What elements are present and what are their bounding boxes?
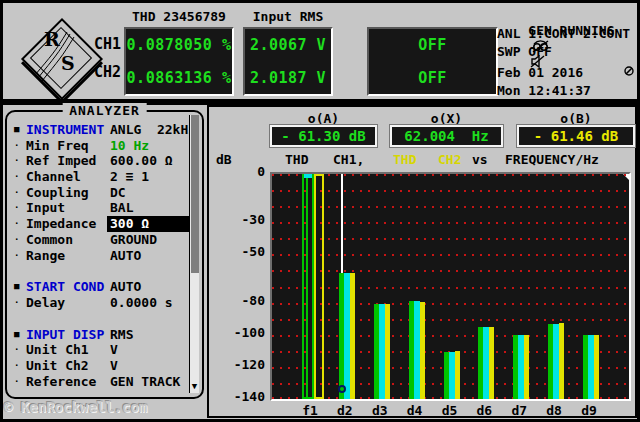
x-tick-f1: f1 (293, 403, 327, 418)
gridline--90dB (272, 319, 629, 321)
item-bullet-icon: · (11, 374, 26, 390)
analyzer-item-common[interactable]: ·CommonGROUND (11, 232, 189, 248)
analyzer-item-label: INSTRUMENT (26, 122, 110, 138)
analyzer-item-label: Min Freq (26, 138, 110, 154)
analyzer-item-label: Coupling (26, 185, 110, 201)
analyzer-item-value[interactable]: V (110, 358, 189, 374)
analyzer-item-label: Unit Ch1 (26, 342, 110, 358)
graph-title-vs: vs (472, 152, 488, 167)
analyzer-item-label: Delay (26, 295, 110, 311)
analyzer-item-value[interactable]: GROUND (110, 232, 189, 248)
gridline--10dB (272, 190, 629, 192)
x-tick-d5: d5 (433, 403, 467, 418)
analyzer-item-value[interactable]: AUTO (110, 279, 189, 295)
y-tick--140: -140 (217, 389, 265, 404)
monitor-ch1-value: OFF (418, 36, 447, 54)
date-text: Feb 01 2016 (497, 65, 583, 80)
cursor-x-value: 62.004 Hz (404, 128, 488, 144)
y-tick--100: -100 (217, 325, 265, 340)
bar-outline-ch2-f1 (314, 174, 324, 399)
item-bullet-icon: · (11, 216, 26, 232)
analyzer-item-label: Ref Imped (26, 153, 110, 169)
analyzer-item-unit-ch2[interactable]: ·Unit Ch2V (11, 358, 189, 374)
analyzer-screen: R S THD 23456789 CH1 CH2 0.0878050 % 0.0… (0, 0, 640, 422)
bar-outline-ch1-f1 (302, 174, 314, 399)
gridline-0dB (272, 174, 629, 176)
item-bullet-icon: · (11, 200, 26, 216)
plot-area (270, 172, 631, 401)
swp-status: SWP OFF (497, 44, 552, 59)
cursor-x-label: o(X) (390, 111, 503, 126)
y-tick-0: 0 (217, 164, 265, 179)
analyzer-item-value[interactable]: 0.0000 s (110, 295, 189, 311)
item-bullet-icon: · (11, 358, 26, 374)
x-tick-d3: d3 (363, 403, 397, 418)
analyzer-scrollbar-thumb[interactable] (191, 115, 199, 273)
analyzer-item-instrument[interactable]: ■INSTRUMENTANLG 22kHz (11, 122, 189, 138)
analyzer-item-value[interactable]: BAL (110, 200, 189, 216)
analyzer-item-value[interactable]: ANLG 22kHz (110, 122, 196, 138)
analyzer-item-spacer (11, 311, 189, 327)
x-tick-d4: d4 (398, 403, 432, 418)
gridline--20dB (272, 206, 629, 208)
graph-title-ch1: CH1, (333, 152, 364, 167)
x-tick-d9: d9 (572, 403, 606, 418)
thd-ch2-value: 0.0863136 % (127, 69, 232, 87)
graph-title-xaxis: FREQUENCY/Hz (505, 152, 599, 167)
analyzer-item-range[interactable]: ·RangeAUTO (11, 248, 189, 264)
bar-ch2-d6 (489, 327, 494, 399)
analyzer-item-min-freq[interactable]: ·Min Freq10 Hz (11, 138, 189, 154)
cursor-b-value: - 61.46 dB (534, 128, 618, 144)
analyzer-item-label: Common (26, 232, 110, 248)
cursor-a-label: o(A) (270, 111, 377, 126)
analyzer-item-value[interactable]: 600.00 Ω (110, 153, 189, 169)
analyzer-item-value[interactable]: GEN TRACK (110, 374, 189, 390)
item-bullet-icon: · (11, 248, 26, 264)
analyzer-item-ref-imped[interactable]: ·Ref Imped600.00 Ω (11, 153, 189, 169)
analyzer-item-value[interactable]: RMS (110, 327, 189, 343)
analyzer-item-label: Channel (26, 169, 110, 185)
analyzer-item-input[interactable]: ·InputBAL (11, 200, 189, 216)
thd-box-title: THD 23456789 (124, 9, 234, 24)
item-bullet-icon: · (11, 185, 26, 201)
cursor-circle-marker[interactable] (338, 385, 346, 393)
analyzer-item-channel[interactable]: ·Channel2 ≡ 1 (11, 169, 189, 185)
input-rms-readout-box: 2.0067 V 2.0187 V (243, 27, 333, 96)
analyzer-item-delay[interactable]: ·Delay0.0000 s (11, 295, 189, 311)
y-tick--30: -30 (217, 212, 265, 227)
analyzer-item-reference[interactable]: ·ReferenceGEN TRACK (11, 374, 189, 390)
analyzer-item-unit-ch1[interactable]: ·Unit Ch1V (11, 342, 189, 358)
watermark: © KenRockwell.com (4, 399, 147, 415)
item-bullet-icon: · (11, 232, 26, 248)
bar-ch2-d8 (559, 323, 564, 399)
analyzer-item-impedance[interactable]: ·Impedance300 Ω (11, 216, 189, 232)
item-bullet-icon: · (11, 138, 26, 154)
bar-ch2-d5 (455, 351, 460, 399)
analyzer-item-start-cond[interactable]: ■START CONDAUTO (11, 279, 189, 295)
analyzer-item-value[interactable]: DC (110, 185, 189, 201)
analyzer-scrollbar[interactable]: ▼ (189, 115, 199, 393)
rs-logo-letter-s: S (61, 52, 75, 74)
analyzer-panel-title: ANALYZER (62, 103, 147, 118)
cursor-line[interactable] (341, 174, 343, 273)
gridline--60dB (272, 270, 629, 272)
scroll-down-arrow-icon[interactable]: ▼ (190, 380, 199, 393)
analyzer-item-value[interactable]: 300 Ω (107, 216, 189, 232)
thd-ch1-value: 0.0878050 % (127, 36, 232, 54)
analyzer-item-value[interactable]: AUTO (110, 248, 189, 264)
section-bullet-icon: ■ (11, 122, 26, 138)
cursor-b-readout: - 61.46 dB (517, 125, 635, 147)
analyzer-item-label: Input (26, 200, 110, 216)
analyzer-item-label: Unit Ch2 (26, 358, 110, 374)
gridline--40dB (272, 238, 629, 240)
analyzer-item-spacer (11, 263, 189, 279)
analyzer-item-input-disp[interactable]: ■INPUT DISPRMS (11, 327, 189, 343)
analyzer-item-value[interactable]: 2 ≡ 1 (110, 169, 189, 185)
graph-title-thd-ch2: THD (393, 152, 416, 167)
analyzer-item-coupling[interactable]: ·CouplingDC (11, 185, 189, 201)
rs-logo: R S (8, 6, 98, 98)
analyzer-item-value[interactable]: V (110, 342, 189, 358)
bar-outline-ch1-inner-f1 (306, 174, 308, 399)
bar-ch2-d7 (524, 335, 529, 399)
analyzer-item-value[interactable]: 10 Hz (110, 138, 189, 154)
